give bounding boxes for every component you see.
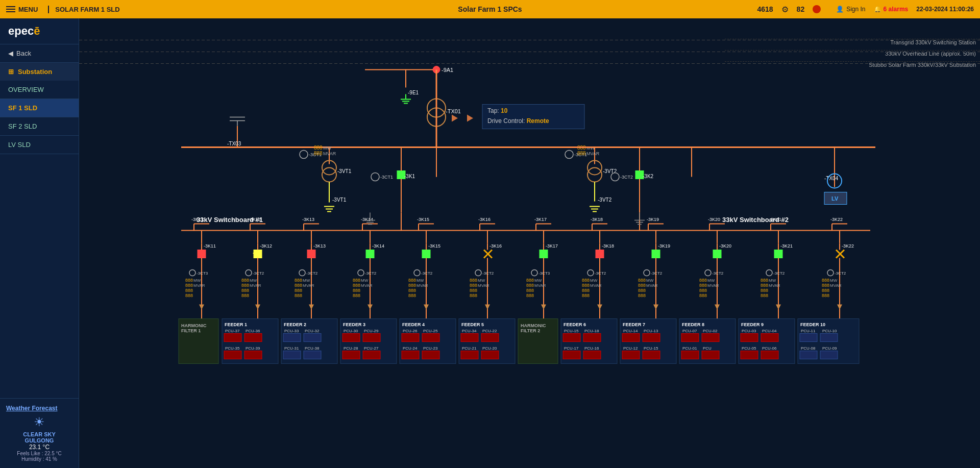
svg-text:MVAR: MVAR xyxy=(303,283,314,288)
svg-text:-3K13: -3K13 xyxy=(302,217,314,222)
svg-point-196 xyxy=(587,270,594,276)
sidebar-item-sf1sld[interactable]: SF 1 SLD xyxy=(0,99,79,117)
svg-text:-3CT2: -3CT2 xyxy=(835,271,846,276)
svg-point-200 xyxy=(705,270,711,276)
count-82: 82 xyxy=(797,5,805,13)
svg-text:PCU-11: PCU-11 xyxy=(801,329,816,333)
weather-humidity: Humidity : 41 % xyxy=(6,456,72,462)
svg-text:-3K17: -3K17 xyxy=(546,243,558,249)
svg-text:-3K22: -3K22 xyxy=(842,243,854,249)
svg-text:-3VT1: -3VT1 xyxy=(337,168,352,174)
svg-text:PCU-29: PCU-29 xyxy=(364,329,379,333)
svg-text:PCU-26: PCU-26 xyxy=(403,329,418,333)
svg-text:888: 888 xyxy=(526,293,534,298)
svg-text:888: 888 xyxy=(314,151,323,156)
sidebar-item-lvsld[interactable]: LV SLD xyxy=(0,136,79,154)
svg-text:MVAR: MVAR xyxy=(769,283,780,288)
svg-marker-16 xyxy=(452,115,458,122)
sidebar-item-sf2sld[interactable]: SF 2 SLD xyxy=(0,117,79,136)
back-arrow-icon: ◀ xyxy=(8,50,13,57)
svg-text:-3K12: -3K12 xyxy=(260,243,272,249)
svg-text:PCU-39: PCU-39 xyxy=(246,346,260,351)
svg-text:888: 888 xyxy=(314,145,323,151)
weather-location: GULGONG xyxy=(6,437,72,444)
section-label: Substation xyxy=(18,68,52,76)
svg-text:PCU-16: PCU-16 xyxy=(584,346,599,351)
svg-point-29 xyxy=(300,151,308,159)
hamburger-icon xyxy=(6,6,15,12)
gear-icon[interactable]: ⚙ xyxy=(781,5,789,14)
svg-rect-86 xyxy=(198,250,206,258)
svg-text:PCU-25: PCU-25 xyxy=(423,329,438,333)
svg-text:MVAR: MVAR xyxy=(323,151,336,156)
alarms-button[interactable]: 🔔 6 alarms xyxy=(874,6,909,13)
svg-text:888: 888 xyxy=(761,283,768,288)
svg-text:888: 888 xyxy=(638,278,646,283)
svg-rect-328 xyxy=(422,334,439,342)
logo-accent: ē xyxy=(34,24,40,37)
svg-rect-297 xyxy=(224,334,241,342)
svg-text:FEEDER 4: FEEDER 4 xyxy=(402,322,425,327)
logo: epecē xyxy=(8,24,70,38)
sign-in-button[interactable]: 👤 Sign In xyxy=(836,6,865,13)
overview-label: OVERVIEW xyxy=(8,86,44,93)
svg-text:MVAR: MVAR xyxy=(590,283,602,288)
svg-rect-298 xyxy=(244,334,262,342)
svg-rect-394 xyxy=(800,351,817,359)
svg-rect-312 xyxy=(304,351,321,359)
svg-text:MVAR: MVAR xyxy=(534,283,546,288)
svg-rect-136 xyxy=(540,250,548,258)
svg-text:-3CT2: -3CT2 xyxy=(620,175,633,180)
svg-text:PCU-35: PCU-35 xyxy=(225,346,240,351)
svg-text:-3CT2: -3CT2 xyxy=(773,271,785,276)
svg-text:MVAR: MVAR xyxy=(250,283,261,288)
svg-text:888: 888 xyxy=(582,293,590,298)
svg-text:-3K21: -3K21 xyxy=(769,217,781,222)
center-title[interactable]: Solar Farm 1 SPCs xyxy=(458,5,522,13)
sidebar: epecē ◀ Back ⊞ Substation OVERVIEW SF 1 … xyxy=(0,18,79,468)
svg-text:PCU-04: PCU-04 xyxy=(762,329,777,333)
svg-text:FEEDER 10: FEEDER 10 xyxy=(800,322,825,327)
header-badges: 4618 ⚙ 82 xyxy=(757,5,821,14)
svg-text:FEEDER 5: FEEDER 5 xyxy=(461,322,484,327)
svg-rect-341 xyxy=(461,351,478,359)
svg-text:888: 888 xyxy=(526,278,534,283)
svg-text:-TX03: -TX03 xyxy=(227,141,241,146)
svg-rect-144 xyxy=(596,250,604,258)
svg-text:-3K11: -3K11 xyxy=(191,217,204,222)
svg-rect-395 xyxy=(820,351,838,359)
svg-text:PCU-14: PCU-14 xyxy=(623,329,638,333)
svg-text:PCU-12: PCU-12 xyxy=(623,346,638,351)
sidebar-item-overview[interactable]: OVERVIEW xyxy=(0,81,79,99)
svg-text:888: 888 xyxy=(185,288,193,293)
svg-text:888: 888 xyxy=(241,278,249,283)
weather-condition: CLEAR SKY xyxy=(6,431,72,437)
svg-rect-370 xyxy=(681,334,699,342)
svg-rect-354 xyxy=(563,351,580,359)
back-label: Back xyxy=(16,50,31,57)
svg-rect-332 xyxy=(422,351,439,359)
svg-text:888: 888 xyxy=(295,283,302,288)
svg-point-70 xyxy=(611,173,619,181)
svg-text:888: 888 xyxy=(470,278,477,283)
menu-button[interactable]: MENU xyxy=(6,6,38,13)
svg-text:-3CT2: -3CT2 xyxy=(712,271,724,276)
back-button[interactable]: ◀ Back xyxy=(0,44,79,63)
svg-text:888: 888 xyxy=(699,288,707,293)
svg-point-202 xyxy=(766,270,772,276)
svg-rect-318 xyxy=(363,334,380,342)
svg-text:PCU: PCU xyxy=(703,346,712,351)
svg-text:PCU-18: PCU-18 xyxy=(584,329,599,333)
svg-point-204 xyxy=(827,270,834,276)
svg-text:888: 888 xyxy=(295,278,302,283)
svg-rect-338 xyxy=(481,334,499,342)
svg-text:MW: MW xyxy=(830,278,838,283)
svg-text:-3K15: -3K15 xyxy=(428,243,440,249)
svg-text:888: 888 xyxy=(582,283,590,288)
svg-text:PCU-03: PCU-03 xyxy=(742,329,756,333)
page-title: SOLAR FARM 1 SLD xyxy=(48,6,119,13)
svg-text:PCU-24: PCU-24 xyxy=(403,346,418,351)
svg-text:-3K20: -3K20 xyxy=(719,243,731,249)
svg-text:MW: MW xyxy=(707,278,715,283)
svg-text:888: 888 xyxy=(582,288,590,293)
